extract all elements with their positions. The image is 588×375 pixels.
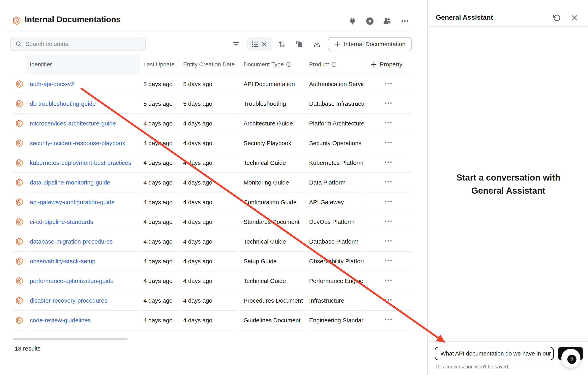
row-more-actions-icon[interactable]: ••• [385, 100, 393, 107]
help-question-icon[interactable]: ? [567, 355, 577, 364]
record-link[interactable]: data-pipeline-monitoring-guide [30, 179, 110, 186]
identifier-cell: api-gateway-configuration-guide [27, 192, 139, 212]
row-more-actions-icon[interactable]: ••• [385, 120, 393, 127]
record-hexagon-icon [16, 100, 23, 108]
row-more-actions-icon[interactable]: ••• [385, 238, 393, 245]
last-update-cell: 4 days ago [141, 173, 179, 192]
document-type-cell: Technical Guide [240, 232, 305, 252]
document-type-cell: Technical Guide [240, 271, 305, 291]
document-type-cell: Troubleshooting [240, 94, 305, 114]
identifier-cell: microservices-architecture-guide [27, 114, 139, 133]
add-property-button[interactable]: Property [371, 55, 402, 74]
row-more-actions-icon[interactable]: ••• [385, 140, 393, 146]
entity-creation-date-cell: 4 days ago [180, 153, 238, 173]
last-update-cell: 4 days ago [141, 311, 179, 331]
row-icon-cell [13, 153, 25, 173]
table-row: microservices-architecture-guide 4 days … [13, 114, 412, 133]
results-count: 13 results [15, 345, 41, 352]
product-cell: Performance Engineering [307, 271, 364, 291]
share-members-icon[interactable] [383, 17, 392, 25]
view-switcher[interactable] [246, 37, 272, 51]
column-header-entity-creation-date[interactable]: Entity Creation Date [183, 55, 235, 74]
row-icon-cell [13, 74, 25, 94]
document-type-cell: Guidelines Document [240, 311, 305, 331]
plus-icon [371, 62, 377, 67]
horizontal-scrollbar[interactable] [13, 338, 127, 340]
sort-icon[interactable] [276, 38, 288, 50]
product-cell: Data Platform [307, 173, 364, 192]
record-link[interactable]: disaster-recovery-procedures [30, 297, 107, 304]
record-link[interactable]: database-migration-procedures [30, 238, 113, 245]
identifier-cell: ci-cd-pipeline-standards [27, 212, 139, 232]
product-cell: Database Infrastructure [307, 94, 364, 114]
close-panel-icon[interactable] [570, 13, 579, 22]
record-hexagon-icon [16, 120, 23, 127]
record-link[interactable]: microservices-architecture-guide [30, 120, 116, 127]
column-header-product[interactable]: Product [309, 55, 336, 74]
record-link[interactable]: security-incident-response-playbook [30, 140, 125, 146]
identifier-cell: disaster-recovery-procedures [27, 291, 139, 311]
column-header-identifier[interactable]: Identifier [30, 55, 52, 74]
record-link[interactable]: kubernetes-deployment-best-practices [30, 159, 131, 166]
record-link[interactable]: observability-stack-setup [30, 258, 95, 265]
row-actions-cell: ••• [365, 192, 412, 212]
column-header-last-update[interactable]: Last Update [143, 55, 174, 74]
product-cell: Infrastructure [307, 291, 364, 311]
last-update-cell: 4 days ago [141, 271, 179, 291]
entity-creation-date-cell: 4 days ago [180, 232, 238, 252]
duplicate-icon[interactable] [293, 38, 305, 50]
last-update-cell: 4 days ago [141, 232, 179, 252]
integrations-plug-icon[interactable] [348, 17, 357, 25]
product-cell: Engineering Standards [307, 311, 364, 331]
row-more-actions-icon[interactable]: ••• [385, 219, 393, 225]
product-cell: Platform Architecture [307, 114, 364, 133]
record-hexagon-icon [16, 316, 23, 324]
assistant-input-value: What API documentation do we have in our [441, 350, 551, 357]
product-cell: DevOps Platform [307, 212, 364, 232]
row-more-actions-icon[interactable]: ••• [385, 179, 393, 186]
row-actions-cell: ••• [365, 114, 412, 133]
row-icon-cell [13, 114, 25, 133]
record-link[interactable]: api-gateway-configuration-guide [30, 199, 115, 206]
row-more-actions-icon[interactable]: ••• [385, 81, 393, 88]
last-update-cell: 5 days ago [141, 74, 179, 94]
row-more-actions-icon[interactable]: ••• [385, 297, 393, 304]
table-row: api-gateway-configuration-guide 4 days a… [13, 192, 412, 212]
last-update-cell: 4 days ago [141, 212, 179, 232]
play-demo-icon[interactable] [366, 17, 374, 25]
row-more-actions-icon[interactable]: ••• [385, 277, 393, 284]
more-options-icon[interactable] [400, 17, 409, 25]
filter-icon[interactable] [230, 38, 242, 50]
row-icon-cell [13, 212, 25, 232]
row-more-actions-icon[interactable]: ••• [385, 159, 393, 166]
row-more-actions-icon[interactable]: ••• [385, 317, 393, 324]
reset-conversation-icon[interactable] [553, 13, 561, 22]
table-row: code-review-guidelines 4 days ago 4 days… [13, 311, 412, 331]
new-record-button[interactable]: Internal Documentation [328, 37, 412, 51]
column-header-document-type[interactable]: Document Type [243, 55, 291, 74]
record-link[interactable]: ci-cd-pipeline-standards [30, 219, 93, 225]
row-actions-cell: ••• [365, 173, 412, 192]
row-more-actions-icon[interactable]: ••• [385, 258, 393, 265]
assistant-empty-state: Start a conversation with General Assist… [429, 171, 588, 197]
record-link[interactable]: performance-optimization-guide [30, 277, 114, 284]
row-icon-cell [13, 232, 25, 252]
row-icon-cell [13, 311, 25, 331]
document-type-cell: Technical Guide [240, 153, 305, 173]
table-row: observability-stack-setup 4 days ago 4 d… [13, 252, 412, 271]
panel-header-divider [429, 26, 588, 27]
record-hexagon-icon [16, 80, 23, 88]
download-icon[interactable] [311, 38, 323, 50]
record-link[interactable]: db-troubleshooting-guide [30, 100, 96, 107]
record-link[interactable]: auth-api-docs-v2 [30, 81, 74, 88]
record-link[interactable]: code-review-guidelines [30, 317, 91, 324]
table-row: performance-optimization-guide 4 days ag… [13, 271, 412, 291]
row-more-actions-icon[interactable]: ••• [385, 199, 393, 206]
table-row: kubernetes-deployment-best-practices 4 d… [13, 153, 412, 173]
search-input[interactable]: Search columns [10, 37, 146, 51]
row-icon-cell [13, 94, 25, 114]
assistant-message-input[interactable]: What API documentation do we have in our [435, 347, 554, 360]
record-hexagon-icon [16, 198, 23, 206]
table-row: database-migration-procedures 4 days ago… [13, 232, 412, 252]
table-row: security-incident-response-playbook 4 da… [13, 133, 412, 153]
